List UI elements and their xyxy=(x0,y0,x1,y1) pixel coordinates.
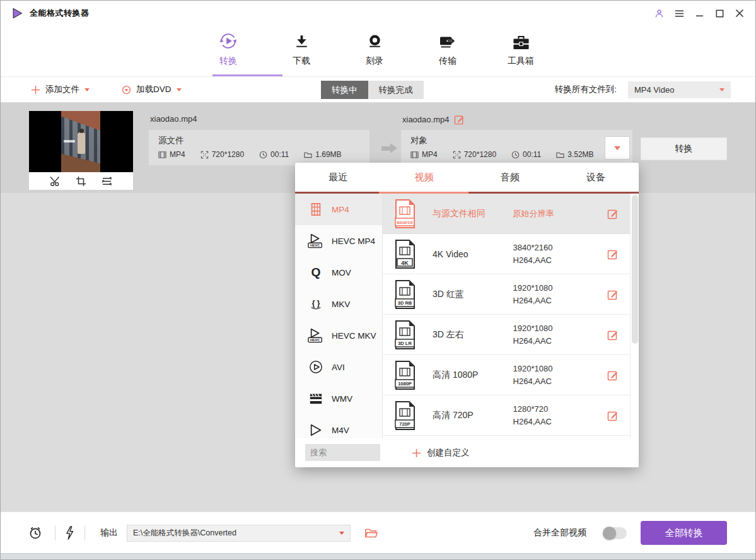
format-item-wmv[interactable]: WMV xyxy=(295,383,382,414)
format-item-hevc-mp4[interactable]: HEVC HEVC MP4 xyxy=(295,225,382,257)
format-item-label: AVI xyxy=(332,363,345,372)
m4v-format-icon xyxy=(306,423,325,437)
picker-bottom-bar: 创建自定义 xyxy=(295,438,639,467)
tab-finished[interactable]: 转换完成 xyxy=(368,81,424,99)
3d-rb-preset-icon: 3D RB xyxy=(393,280,416,309)
source-preset-icon: source xyxy=(393,199,416,228)
clock-icon xyxy=(511,151,520,159)
preset-row-3d-rb[interactable]: 3D RB 3D 红蓝 1920*1080 H264,AAC xyxy=(383,274,630,315)
output-path-value: E:\全能格式转换器\Converted xyxy=(133,528,236,539)
format-item-mp4[interactable]: MP4 xyxy=(295,194,382,225)
preset-name: 3D 红蓝 xyxy=(433,289,513,300)
folder-icon xyxy=(556,151,564,159)
format-item-label: MP4 xyxy=(332,205,349,214)
format-item-mov[interactable]: Q MOV xyxy=(295,257,382,288)
source-info-card: 源文件 MP4 720*1280 00:11 1.69MB xyxy=(149,130,369,165)
transfer-icon xyxy=(438,32,457,51)
preset-row-3d-lr[interactable]: 3D LR 3D 左右 1920*1080 H264,AAC xyxy=(383,315,630,355)
merge-toggle[interactable] xyxy=(603,527,627,539)
output-path-select[interactable]: E:\全能格式转换器\Converted xyxy=(127,525,351,542)
high-speed-icon[interactable] xyxy=(64,526,75,540)
rename-edit-icon[interactable] xyxy=(454,114,465,125)
format-item-label: MKV xyxy=(332,300,350,309)
nav-tab-toolbox[interactable]: 工具箱 xyxy=(498,32,544,67)
preset-row-source[interactable]: source 与源文件相同 原始分辨率 xyxy=(383,194,630,234)
format-item-avi[interactable]: AVI xyxy=(295,351,382,383)
edit-preset-icon[interactable] xyxy=(607,248,619,260)
convert-all-to-label: 转换所有文件到: xyxy=(555,77,617,102)
format-search-input[interactable] xyxy=(305,444,380,461)
active-tab-underline xyxy=(212,74,282,76)
avi-format-icon xyxy=(306,360,325,374)
chevron-down-icon xyxy=(84,88,90,91)
hevc-mp4-format-icon: HEVC xyxy=(306,233,325,248)
preset-resolution: 3840*2160 xyxy=(513,243,553,252)
picker-tab-recent[interactable]: 最近 xyxy=(295,163,381,192)
add-file-button[interactable]: 添加文件 xyxy=(31,77,90,102)
close-icon[interactable] xyxy=(734,8,745,19)
edit-preset-icon[interactable] xyxy=(607,370,619,381)
global-format-select[interactable]: MP4 Video xyxy=(628,81,731,98)
format-item-mkv[interactable]: { } MKV xyxy=(295,288,382,320)
adjust-sliders-icon[interactable] xyxy=(102,176,112,187)
nav-tab-convert[interactable]: 转换 xyxy=(206,32,251,67)
format-item-hevc-mkv[interactable]: HEVC HEVC MKV xyxy=(295,320,382,351)
preset-row-1080p[interactable]: 1080P 高清 1080P 1920*1080 H264,AAC xyxy=(383,355,630,395)
format-picker-body: MP4 HEVC HEVC MP4 Q MOV { } xyxy=(295,194,639,467)
source-meta: MP4 720*1280 00:11 1.69MB xyxy=(158,150,342,159)
divider xyxy=(84,525,85,540)
target-meta: MP4 720*1280 00:11 3.52MB xyxy=(410,150,594,159)
target-resolution-text: 720*1280 xyxy=(464,150,496,159)
create-custom-button[interactable]: 创建自定义 xyxy=(412,438,470,467)
user-account-icon[interactable] xyxy=(653,8,665,19)
load-dvd-button[interactable]: 加载DVD xyxy=(122,77,182,102)
menu-icon[interactable] xyxy=(673,8,685,19)
nav-tab-download[interactable]: 下载 xyxy=(279,32,324,67)
minimize-icon[interactable] xyxy=(694,8,705,19)
edit-preset-icon[interactable] xyxy=(607,329,619,341)
preset-specs: 1920*1080 H264,AAC xyxy=(513,282,608,307)
edit-preset-icon[interactable] xyxy=(607,208,619,219)
film-icon xyxy=(410,151,419,159)
preset-specs: 原始分辨率 xyxy=(513,207,608,220)
resolution-icon xyxy=(453,151,461,159)
format-item-m4v[interactable]: M4V xyxy=(295,414,382,438)
trim-scissors-icon[interactable] xyxy=(50,176,61,187)
target-format-dropdown-button[interactable] xyxy=(605,136,630,160)
preset-specs: 1920*1080 H264,AAC xyxy=(513,322,608,347)
picker-tab-device[interactable]: 设备 xyxy=(553,163,639,192)
mkv-format-icon: { } xyxy=(306,297,325,311)
clock-icon xyxy=(259,151,267,159)
load-dvd-label: 加载DVD xyxy=(136,84,172,95)
preset-name: 高清 1080P xyxy=(433,370,513,381)
convert-row-button[interactable]: 转换 xyxy=(641,137,727,160)
preset-codec: H264,AAC xyxy=(513,336,552,346)
format-item-label: M4V xyxy=(332,426,349,435)
target-duration-text: 00:11 xyxy=(523,150,541,159)
tab-converting[interactable]: 转换中 xyxy=(321,81,368,99)
edit-preset-icon[interactable] xyxy=(607,289,619,300)
create-custom-label: 创建自定义 xyxy=(427,447,470,458)
video-thumbnail xyxy=(29,111,133,190)
crop-icon[interactable] xyxy=(76,176,86,187)
preset-codec: H264,AAC xyxy=(513,296,552,305)
nav-tab-burn[interactable]: 刻录 xyxy=(352,32,397,67)
nav-tab-transfer[interactable]: 传输 xyxy=(425,32,470,67)
format-item-label: HEVC MP4 xyxy=(332,236,375,246)
scrollbar-thumb[interactable] xyxy=(632,195,638,344)
picker-tab-audio[interactable]: 音频 xyxy=(467,163,553,192)
maximize-icon[interactable] xyxy=(714,8,725,19)
title-bar: 全能格式转换器 xyxy=(1,1,755,26)
preset-name: 4K Video xyxy=(433,249,513,259)
app-window: 全能格式转换器 xyxy=(0,0,756,560)
edit-preset-icon[interactable] xyxy=(607,410,619,421)
preset-row-720p[interactable]: 720P 高清 720P 1280*720 H264,AAC xyxy=(383,395,630,436)
picker-tab-video[interactable]: 视频 xyxy=(381,163,467,192)
nav-label-toolbox: 工具箱 xyxy=(508,55,534,67)
schedule-alarm-icon[interactable] xyxy=(28,526,42,540)
preset-row-4k[interactable]: 4K 4K Video 3840*2160 H264,AAC xyxy=(383,234,630,274)
convert-all-button[interactable]: 全部转换 xyxy=(641,521,727,545)
resolution-icon xyxy=(201,151,209,159)
format-picker-popup: 最近 视频 音频 设备 MP4 HEVC HEVC MP4 xyxy=(295,163,639,467)
open-folder-icon[interactable] xyxy=(364,526,378,540)
